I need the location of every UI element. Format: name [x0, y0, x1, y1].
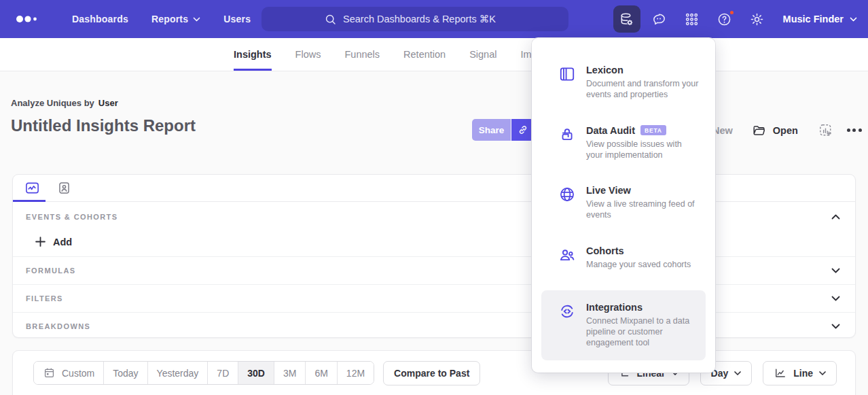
metrics-chart-tab[interactable] [21, 179, 43, 198]
menu-item-title: Lexicon [586, 65, 623, 75]
cohorts-icon [558, 246, 576, 270]
range-yesterday[interactable]: Yesterday [147, 362, 208, 384]
compare-to-past-button[interactable]: Compare to Past [383, 361, 480, 385]
settings-gear-icon[interactable] [744, 5, 771, 33]
active-tab-underline [13, 200, 46, 202]
calendar-icon [43, 366, 56, 379]
section-formulas[interactable]: FORMULAS [13, 256, 855, 284]
nav-item-dashboards-label: Dashboards [72, 14, 128, 24]
folder-open-icon [752, 123, 767, 138]
tab-signal[interactable]: Signal [469, 38, 496, 71]
analyze-entity-selector[interactable]: User [98, 98, 118, 108]
menu-item-lexicon[interactable]: Lexicon Document and transform your even… [541, 61, 706, 105]
menu-item-description: View a live streaming feed of events [586, 199, 699, 221]
top-navbar: Dashboards Reports Users [0, 0, 868, 38]
add-event-button[interactable]: Add [35, 237, 72, 247]
menu-item-live-view[interactable]: Live View View a live streaming feed of … [541, 181, 706, 225]
dot-icon [852, 128, 856, 132]
range-30d[interactable]: 30D [238, 362, 274, 384]
chevron-down-icon [734, 371, 741, 375]
feedback-chat-icon[interactable] [646, 5, 673, 33]
section-events-cohorts[interactable]: EVENTS & COHORTS [13, 202, 855, 227]
database-gear-icon [619, 12, 634, 27]
global-search[interactable] [261, 7, 568, 31]
range-today[interactable]: Today [103, 362, 147, 384]
mixpanel-logo-icon [15, 14, 39, 24]
profiles-tab[interactable] [53, 179, 75, 198]
profile-card-icon [57, 180, 71, 196]
add-to-board-icon [818, 122, 833, 138]
report-title[interactable]: Untitled Insights Report [11, 116, 196, 135]
beta-badge: BETA [640, 125, 666, 135]
dot-icon [858, 128, 862, 132]
report-tabbar: Insights Flows Funnels Retention Signal … [0, 38, 868, 71]
mixpanel-logo[interactable] [15, 14, 39, 24]
section-breakdowns[interactable]: BREAKDOWNS [13, 312, 855, 338]
chevron-up-icon[interactable] [831, 214, 840, 220]
range-6m[interactable]: 6M [305, 362, 336, 384]
section-filters[interactable]: FILTERS [13, 284, 855, 312]
range-custom[interactable]: Custom [34, 362, 103, 384]
section-filters-label: FILTERS [26, 294, 63, 303]
link-icon [517, 124, 529, 136]
header-actions: New Open [697, 122, 866, 138]
chevron-down-icon[interactable] [831, 324, 840, 329]
chevron-down-icon [819, 371, 826, 375]
live-view-icon [558, 186, 576, 221]
menu-item-data-audit[interactable]: Data Audit BETA View possible issues wit… [541, 121, 706, 165]
share-button[interactable]: Share [472, 119, 511, 141]
tab-flows[interactable]: Flows [295, 38, 321, 71]
nav-item-dashboards[interactable]: Dashboards [72, 14, 128, 24]
date-range-control: Custom Today Yesterday 7D 30D 3M 6M 12M [33, 361, 374, 385]
tab-retention[interactable]: Retention [403, 38, 446, 71]
open-report-button[interactable]: Open [752, 123, 798, 138]
more-options-button[interactable] [843, 124, 866, 136]
range-7d[interactable]: 7D [207, 362, 238, 384]
dot-icon [847, 128, 850, 132]
nav-item-users[interactable]: Users [223, 14, 251, 24]
menu-item-description: View possible issues with your implement… [586, 139, 699, 161]
tab-insights[interactable]: Insights [234, 38, 272, 71]
menu-item-cohorts[interactable]: Cohorts Manage your saved cohorts [541, 241, 706, 274]
nine-dots-icon [684, 12, 700, 27]
menu-item-integrations[interactable]: Integrations Connect Mixpanel to a data … [541, 290, 706, 360]
lexicon-icon [558, 65, 576, 101]
menu-item-title: Live View [586, 185, 631, 196]
apps-grid-icon[interactable] [679, 5, 706, 33]
help-icon[interactable] [711, 5, 738, 33]
menu-item-description: Manage your saved cohorts [586, 259, 691, 270]
copy-link-button[interactable] [511, 119, 534, 141]
project-switcher[interactable]: Music Finder [783, 14, 857, 24]
chevron-down-icon[interactable] [831, 268, 840, 273]
nav-item-users-label: Users [223, 14, 251, 24]
range-custom-label: Custom [62, 368, 94, 379]
builder-tabs [13, 175, 855, 202]
range-3m[interactable]: 3M [274, 362, 305, 384]
menu-item-description: Document and transform your events and p… [586, 78, 699, 101]
section-breakdowns-label: BREAKDOWNS [26, 322, 90, 330]
gear-icon [749, 12, 765, 27]
chart-type-label: Line [793, 368, 813, 379]
report-header: Analyze Uniques byUser Untitled Insights… [11, 98, 196, 135]
new-label: New [712, 125, 733, 136]
chart-toolbar: Custom Today Yesterday 7D 30D 3M 6M 12M … [12, 350, 856, 395]
share-group: Share [472, 119, 534, 141]
notification-dot [729, 10, 735, 16]
chart-type-dropdown[interactable]: Line [763, 361, 837, 385]
analyze-line: Analyze Uniques byUser [11, 98, 196, 108]
data-pipelines-icon[interactable] [613, 5, 640, 33]
open-label: Open [773, 125, 798, 136]
section-formulas-label: FORMULAS [26, 267, 76, 275]
data-audit-icon [558, 126, 576, 161]
tab-funnels[interactable]: Funnels [344, 38, 380, 71]
menu-item-title: Cohorts [586, 245, 624, 256]
nav-item-reports[interactable]: Reports [151, 14, 200, 24]
chevron-down-icon [850, 17, 857, 22]
search-input[interactable] [343, 14, 506, 24]
data-management-menu: Lexicon Document and transform your even… [532, 38, 715, 373]
chevron-down-icon[interactable] [831, 296, 840, 301]
range-12m[interactable]: 12M [337, 362, 374, 384]
pulse-chart-icon [24, 180, 41, 196]
add-to-dashboard-button[interactable] [818, 122, 833, 138]
search-icon [324, 13, 337, 26]
